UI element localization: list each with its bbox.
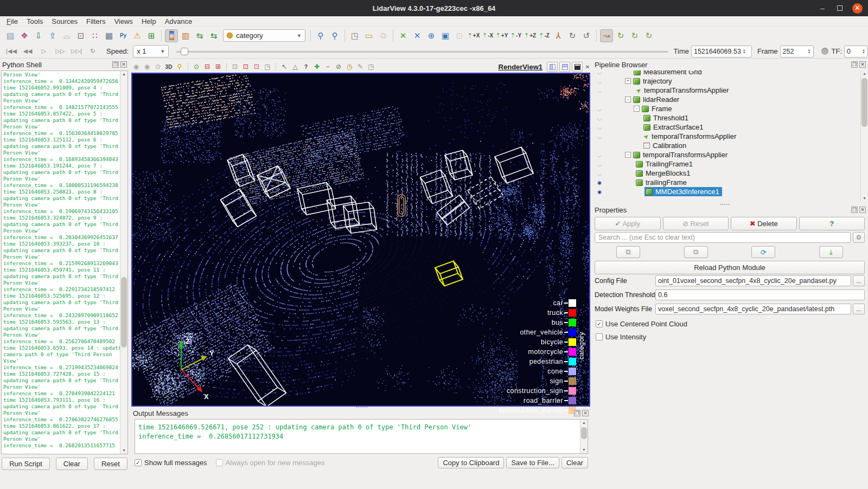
pipeline-item-mergeblocks1[interactable]: ◡MergeBlocks1 [593,169,859,178]
pipeline-item-temporaltransformsapplier[interactable]: ◡➤temporalTransformsApplier [593,132,859,141]
close-panel-icon[interactable]: ✕ [582,410,589,416]
close-button[interactable]: ✕ [852,3,863,14]
time-spinner[interactable]: ▲▼ [743,49,746,54]
visibility-off-icon[interactable]: ◡ [596,115,603,121]
output-scrollbar[interactable]: ▲ ▼ [580,420,588,453]
clear-selection-icon[interactable]: ⊘ [334,62,343,72]
show-full-messages-checkbox[interactable]: ✓Show full messages [135,459,207,467]
float-panel-icon[interactable]: ❐ [851,61,858,68]
frame-spinner[interactable]: ▲▼ [808,49,811,54]
copy-properties-button[interactable]: ⧉ [616,246,640,258]
menu-views[interactable]: Views [110,17,137,26]
visibility-off-icon[interactable]: ◡ [596,133,603,139]
close-panel-icon[interactable]: ✕ [859,61,866,68]
time-slider[interactable] [176,46,668,57]
apply-button[interactable]: ✔ Apply [595,217,661,230]
visibility-off-icon[interactable]: ◡ [596,161,603,167]
config-file-input[interactable]: oint_01voxel_second_secfpn_4x8_cyclic_20… [655,275,851,286]
output-window-icon[interactable]: ⚠ [131,29,144,42]
animation-timer-icon[interactable]: ◷ [344,62,354,72]
view-plus-y-icon[interactable]: ⇡+Y [495,29,508,42]
camera-cube-icon[interactable]: ◳ [348,29,361,42]
close-view-button[interactable]: ✕ [584,62,591,72]
capture-screenshot-icon[interactable]: ⊙ [153,62,163,72]
loop-button[interactable]: ↻ [85,45,100,58]
view-plus-z-icon[interactable]: ⇡+Z [524,29,537,42]
frame-field[interactable]: 252▲▼ [780,46,814,57]
time-field[interactable]: 1521646069.53▲▼ [691,46,752,57]
visibility-on-icon[interactable]: ◉ [596,180,603,185]
save-defaults-button[interactable]: ⤓ [819,246,843,258]
python-shell-console[interactable]: Person View' inference_time = 0.13442420… [1,70,128,454]
zoom-closest-icon[interactable]: ✕ [411,29,424,42]
tree-expander-icon[interactable]: - [634,106,640,112]
layers-icon[interactable]: ⧉ [376,29,390,42]
detection-threshold-input[interactable]: 0.6 [655,289,865,300]
tree-expander-icon[interactable]: - [625,96,631,102]
camera-path-icon[interactable]: ↝ [600,29,613,42]
rotate-plus90-icon[interactable]: ↻ [566,29,579,42]
hover-points-icon[interactable]: ↖ [279,62,289,72]
colormap-icon[interactable] [165,29,178,42]
view-minus-x-icon[interactable]: ⇡-X [481,29,494,42]
visibility-off-icon[interactable]: ◡ [596,106,603,112]
menu-help[interactable]: Help [137,17,161,26]
select-green-points-icon[interactable]: ⊙ [192,62,201,72]
open-data-icon[interactable]: ▤ [4,29,17,42]
python-shell-scrollbar[interactable]: ▲ ▼ [120,71,127,454]
run-script-button[interactable]: Run Script [2,458,50,470]
rotate-minus90-icon[interactable]: ↺ [580,29,593,42]
subtract-selection-icon[interactable]: ⊟ [202,62,212,72]
split-horizontal-button[interactable] [547,62,558,72]
rescale-range-icon[interactable]: ⇆ [193,29,206,42]
roll-camera-icon[interactable]: ↻ [628,29,641,42]
visibility-on-icon[interactable]: ◉ [596,189,603,195]
output-messages-view[interactable]: time 1521646069.526671, pose 252 : updat… [135,419,588,454]
time-slider-handle[interactable] [181,48,188,55]
use-centered-point-cloud-checkbox[interactable]: ✓Use Centered Point Cloud [596,320,687,328]
save-data-icon[interactable]: ⇩ [32,29,45,42]
spin-camera-icon[interactable]: ↻ [642,29,655,42]
toggle-3d-icon[interactable]: 3D [164,62,174,72]
view-plus-x-icon[interactable]: ⇡+X [467,29,480,42]
camera-redo-icon[interactable]: ◉ [142,62,152,72]
refresh-button[interactable]: ⟳ [751,246,775,258]
float-panel-icon[interactable]: ❐ [112,61,119,68]
paste-properties-button[interactable]: ⧉ [684,246,708,258]
delete-button[interactable]: ✖ Delete [731,217,797,230]
rubber-band-select-icon[interactable]: ⊡ [230,62,240,72]
scroll-down-icon[interactable]: ▼ [120,447,127,454]
query-icon[interactable]: ? [301,62,311,72]
grow-selection-icon[interactable]: ✚ [312,62,322,72]
scroll-up-icon[interactable]: ▲ [861,70,868,77]
browse-button[interactable]: ... [853,304,865,314]
select-cells-rubber-icon[interactable]: ⊡ [252,62,261,72]
pipeline-item-temporaltransformsapplier[interactable]: ◡➤temporalTransformsApplier [593,86,859,95]
zoom-add-icon[interactable]: ⚲ [328,29,341,42]
spreadsheet-icon[interactable]: ▦ [103,29,116,42]
pipeline-item-temporaltransformsapplier[interactable]: ◡-temporalTransformsApplier [593,150,859,159]
zoom-box-icon[interactable]: ⊡ [453,29,466,42]
menu-filters[interactable]: Filters [82,17,110,26]
crop-tool-icon[interactable]: ⊡ [74,29,87,42]
browse-button[interactable]: ... [853,275,865,286]
float-panel-icon[interactable]: ❐ [574,410,580,416]
first-frame-button[interactable]: |◀◀ [4,45,19,58]
box-widget-icon[interactable]: ◳ [366,62,376,72]
render-viewport[interactable]: Z Y X category cartruckbusother_vehicleb… [131,73,590,407]
select-points-icon[interactable]: ∷ [88,29,101,42]
tree-expander-icon[interactable]: - [625,152,631,158]
copy-to-clipboard-button[interactable]: Copy to Clipboard [438,457,504,468]
color-legend-icon[interactable]: ▥ [179,29,192,42]
menu-tools[interactable]: Tools [22,17,47,26]
always-open-checkbox[interactable]: Always open for new messages [216,459,325,467]
zoom-icon[interactable]: ⚲ [314,29,327,42]
reset-button[interactable]: ⊘ Reset [663,217,729,230]
close-panel-icon[interactable]: ✕ [120,61,127,68]
isometric-view-icon[interactable]: ⅄ [552,29,565,42]
split-vertical-button[interactable] [559,62,570,72]
view-minus-z-icon[interactable]: ⇡-Z [538,29,551,42]
close-panel-icon[interactable]: ✕ [859,207,866,213]
tf-field[interactable]: 0▲▼ [844,46,868,57]
tree-expander-icon[interactable]: + [625,78,631,84]
